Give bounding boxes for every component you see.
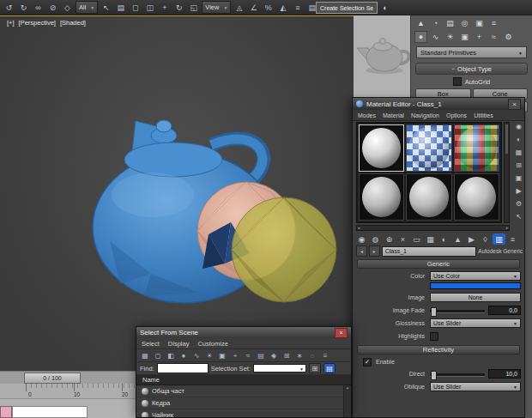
nav-forward-icon[interactable]: ► [369, 245, 380, 257]
select-by-material-icon[interactable]: ↖ [514, 212, 524, 221]
find-input[interactable] [157, 363, 209, 373]
sample-slot-3[interactable] [454, 124, 499, 172]
window-crossing-icon[interactable]: ◫ [143, 2, 156, 14]
color-swatch[interactable] [430, 282, 521, 289]
name-column-header[interactable]: Name [136, 375, 351, 385]
material-id-icon[interactable]: ▭ [410, 233, 423, 245]
display-hidden-icon[interactable]: ◌ [306, 350, 318, 360]
modify-tab-icon[interactable]: ◔ [429, 17, 442, 29]
list-scrollbar[interactable] [343, 385, 351, 418]
put-to-library-icon[interactable]: ◍ [369, 233, 382, 245]
sample-tiling-icon[interactable]: ⊞ [514, 161, 524, 170]
list-item[interactable]: Обща част [136, 385, 351, 397]
show-map-icon[interactable]: ▦ [424, 233, 437, 245]
primitives-dropdown[interactable]: Standard Primitives [416, 46, 527, 58]
display-space-warps-icon[interactable]: ≈ [242, 350, 254, 360]
sample-vertical-scrollbar[interactable] [504, 122, 510, 223]
display-groups-icon[interactable]: ▤ [255, 350, 267, 360]
viewport-canvas[interactable] [0, 16, 354, 372]
viewport-shading-menu[interactable]: [Shaded] [60, 19, 86, 27]
color-mode-dropdown[interactable]: Use Color [430, 271, 521, 281]
video-color-check-icon[interactable]: ▣ [514, 173, 524, 183]
edit-selection-set-icon[interactable]: ▤ [323, 363, 336, 373]
options-menu-icon[interactable]: ≡ [506, 233, 519, 245]
autogrid-checkbox[interactable] [453, 77, 462, 86]
sample-slot-1[interactable] [359, 124, 404, 172]
systems-category-icon[interactable]: ⚙ [502, 31, 515, 43]
menu-customize[interactable]: Customize [197, 340, 227, 348]
image-fade-spinner[interactable]: 0,0 [488, 306, 521, 315]
geometry-category-icon[interactable]: ● [414, 31, 427, 43]
menu-select[interactable]: Select [142, 340, 160, 348]
menu-material[interactable]: Material [383, 112, 404, 118]
cameras-category-icon[interactable]: ▣ [458, 31, 471, 43]
assign-to-selection-icon[interactable]: ⊕ [383, 233, 396, 245]
sample-slot-2[interactable] [406, 124, 451, 172]
reference-coordsys-dropdown[interactable]: View [202, 1, 231, 14]
bind-to-space-warp-icon[interactable]: ◇ [61, 2, 74, 14]
use-pivot-center-icon[interactable]: ◬ [233, 2, 245, 14]
sample-horizontal-scrollbar[interactable] [356, 225, 510, 231]
close-icon[interactable] [335, 328, 348, 338]
maxscript-mini-listener[interactable] [12, 406, 88, 418]
perspective-viewport[interactable]: [+] [Perspective] [Shaded] [0, 15, 354, 372]
select-by-name-icon[interactable]: ▤ [114, 2, 127, 14]
material-editor-titlebar[interactable]: Material Editor - Class_1 [353, 98, 524, 110]
pick-material-icon[interactable]: ◊ [479, 233, 492, 245]
percent-snap-icon[interactable]: % [262, 2, 275, 14]
time-slider-handle[interactable]: 0 / 100 [24, 373, 81, 384]
maxscript-mini-listener-macro[interactable] [0, 406, 12, 418]
sample-slot-4[interactable] [359, 173, 404, 221]
viewport-pov-menu[interactable]: [Perspective] [19, 19, 56, 27]
direct-spinner[interactable]: 10,0 [488, 369, 521, 379]
glossiness-mode-dropdown[interactable]: Use Slider [430, 318, 521, 328]
list-item[interactable]: Кедра [136, 397, 351, 409]
display-geometry-icon[interactable]: ● [178, 350, 190, 360]
sample-type-icon[interactable]: ◉ [514, 122, 524, 131]
direct-slider[interactable] [430, 373, 485, 377]
reflectivity-rollout-header[interactable]: Reflectivity [357, 345, 520, 354]
highlights-checkbox[interactable] [430, 332, 438, 341]
select-from-scene-titlebar[interactable]: Select From Scene [136, 327, 351, 338]
make-preview-icon[interactable]: ▶ [514, 186, 524, 196]
display-lights-icon[interactable]: ☀ [203, 350, 215, 360]
align-icon[interactable]: ≡ [291, 2, 304, 14]
select-all-icon[interactable]: ▦ [139, 350, 151, 360]
redo-icon[interactable]: ↻ [17, 2, 30, 14]
undo-icon[interactable]: ↺ [3, 2, 15, 14]
background-icon[interactable]: ▦ [514, 148, 524, 157]
selection-filter-dropdown[interactable]: All [76, 1, 98, 14]
utilities-tab-icon[interactable]: ≡ [487, 17, 500, 29]
menu-navigation[interactable]: Navigation [411, 112, 439, 118]
display-xrefs-icon[interactable]: ◈ [268, 350, 280, 360]
motion-tab-icon[interactable]: ◎ [458, 17, 471, 29]
image-fade-slider[interactable] [430, 310, 485, 313]
backlight-icon[interactable]: ◐ [514, 135, 524, 144]
create-tab-icon[interactable]: ▲ [414, 17, 427, 29]
generic-rollout-header[interactable]: Generic [357, 259, 520, 269]
select-and-rotate-icon[interactable]: ↻ [172, 2, 185, 14]
explorer-settings-icon[interactable]: ≡ [319, 350, 331, 360]
select-and-link-icon[interactable]: ∞ [32, 2, 45, 14]
mirror-icon[interactable]: ◭ [276, 2, 289, 14]
rectangular-selection-region-icon[interactable]: ◻ [129, 2, 142, 14]
get-material-icon[interactable]: ◉ [355, 233, 368, 245]
helpers-category-icon[interactable]: + [473, 31, 486, 43]
sample-slot-6[interactable] [454, 173, 499, 221]
object-type-rollout[interactable]: Object Type [415, 63, 528, 75]
lock-selection-set-icon[interactable]: ⊞ [309, 363, 321, 373]
viewport-general-menu[interactable]: [+] [7, 19, 15, 27]
go-to-parent-icon[interactable]: ▲ [451, 233, 464, 245]
display-helpers-icon[interactable]: + [229, 350, 241, 360]
lights-category-icon[interactable]: ☀ [444, 31, 456, 43]
nav-back-icon[interactable]: ◄ [356, 245, 367, 257]
select-and-scale-icon[interactable]: ◱ [187, 2, 200, 14]
display-bones-icon[interactable]: ∗ [293, 350, 305, 360]
angle-snap-icon[interactable]: ∠ [247, 2, 260, 14]
display-containers-icon[interactable]: ⊞ [281, 350, 293, 360]
delete-material-icon[interactable]: × [396, 233, 409, 245]
menu-options[interactable]: Options [446, 112, 467, 118]
sample-slot-5[interactable] [406, 173, 451, 221]
menu-utilities[interactable]: Utilities [474, 112, 493, 118]
selection-set-dropdown[interactable] [253, 364, 306, 373]
